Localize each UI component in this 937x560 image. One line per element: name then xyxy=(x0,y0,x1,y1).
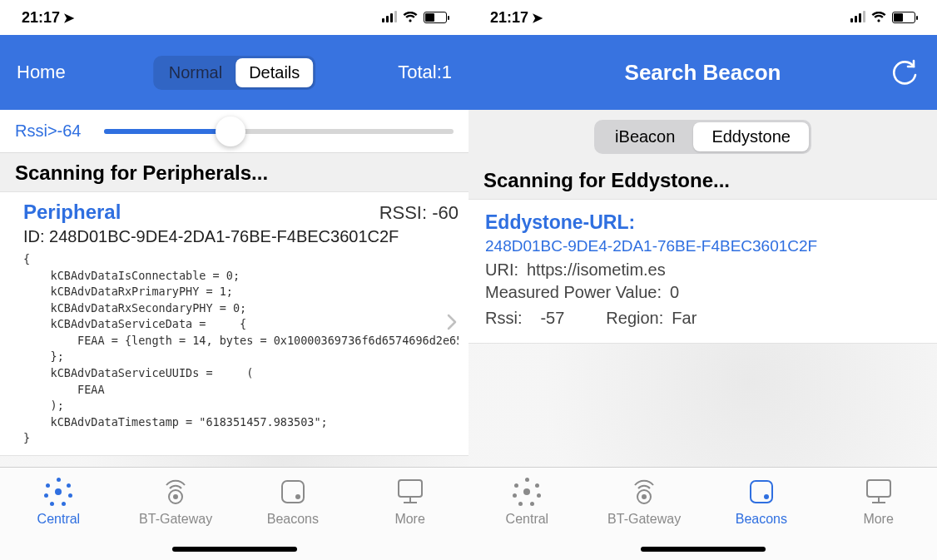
slider-thumb[interactable] xyxy=(216,116,245,146)
nav-bar: Search Beacon xyxy=(468,35,937,110)
peripheral-title: Peripheral xyxy=(23,201,121,224)
home-indicator[interactable] xyxy=(172,547,297,552)
tab-label: Beacons xyxy=(267,512,319,527)
rssi-slider[interactable] xyxy=(104,129,454,134)
chevron-right-icon xyxy=(447,314,457,334)
scanning-header: Scanning for Peripherals... xyxy=(0,153,468,191)
more-icon xyxy=(862,476,895,508)
total-label: Total:1 xyxy=(398,62,452,83)
scanning-title: Scanning for Peripherals... xyxy=(15,161,454,185)
central-icon xyxy=(43,477,73,507)
beacons-icon xyxy=(278,476,308,508)
rssi-value: -57 xyxy=(540,309,564,328)
tab-more[interactable]: More xyxy=(351,468,468,560)
svg-point-10 xyxy=(764,494,769,499)
uri-value: https://isometim.es xyxy=(527,260,666,280)
nav-bar: Home Normal Details Total:1 xyxy=(0,35,468,110)
background-area xyxy=(468,344,937,467)
svg-rect-2 xyxy=(282,481,304,503)
seg-eddystone[interactable]: Eddystone xyxy=(693,122,809,151)
uri-label: URI: xyxy=(485,260,518,280)
peripheral-advdata: { kCBAdvDataIsConnectable = 0; kCBAdvDat… xyxy=(23,251,459,447)
gateway-icon xyxy=(629,476,659,508)
tab-label: More xyxy=(394,512,424,527)
svg-rect-9 xyxy=(751,481,772,503)
seg-details[interactable]: Details xyxy=(235,58,313,87)
location-icon: ➤ xyxy=(63,10,74,26)
tab-label: BT-Gateway xyxy=(607,512,681,527)
tab-bar: Central BT-Gateway Beacons More xyxy=(468,467,937,560)
central-icon xyxy=(512,477,542,507)
background-area xyxy=(0,456,468,467)
peripheral-id: ID: 248D01BC-9DE4-2DA1-76BE-F4BEC3601C2F xyxy=(23,227,459,246)
rssi-filter-row: Rssi>-64 xyxy=(0,110,468,153)
status-bar: 21:17 ➤ xyxy=(468,0,937,35)
tab-label: Central xyxy=(37,512,81,527)
beacons-icon xyxy=(746,476,776,508)
tab-more[interactable]: More xyxy=(820,468,937,560)
status-time: 21:17 xyxy=(490,9,528,27)
gateway-icon xyxy=(161,476,191,508)
rssi-label: Rssi>-64 xyxy=(15,121,81,141)
left-screen: 21:17 ➤ Home Normal Details Total:1 Rssi… xyxy=(0,0,468,560)
location-icon: ➤ xyxy=(532,10,543,26)
refresh-button[interactable] xyxy=(890,58,919,87)
tab-label: Central xyxy=(506,512,549,527)
tab-label: BT-Gateway xyxy=(139,512,212,527)
peripheral-card[interactable]: Peripheral RSSI: -60 ID: 248D01BC-9DE4-2… xyxy=(0,191,468,456)
eddystone-title: Eddystone-URL: xyxy=(485,211,922,234)
svg-rect-11 xyxy=(867,480,890,497)
cellular-icon xyxy=(382,12,397,22)
peripheral-rssi: RSSI: -60 xyxy=(379,202,459,224)
view-mode-segmented: Normal Details xyxy=(153,56,316,90)
seg-ibeacon[interactable]: iBeacon xyxy=(597,122,693,151)
mpv-label: Measured Power Value: xyxy=(485,283,662,302)
tab-label: More xyxy=(863,512,893,527)
beacon-type-segmented: iBeacon Eddystone xyxy=(594,120,811,154)
svg-rect-4 xyxy=(399,480,422,497)
battery-icon xyxy=(424,12,447,23)
rssi-label: Rssi: xyxy=(485,309,522,328)
status-bar: 21:17 ➤ xyxy=(0,0,468,35)
tab-central[interactable]: Central xyxy=(468,468,586,560)
eddystone-card[interactable]: Eddystone-URL: 248D01BC-9DE4-2DA1-76BE-F… xyxy=(468,199,937,344)
tab-bar: Central BT-Gateway Beacons More xyxy=(0,467,468,560)
cellular-icon xyxy=(850,12,865,22)
seg-normal[interactable]: Normal xyxy=(156,58,235,87)
home-button[interactable]: Home xyxy=(17,62,66,83)
scanning-title: Scanning for Eddystone... xyxy=(483,169,922,192)
eddystone-id: 248D01BC-9DE4-2DA1-76BE-F4BEC3601C2F xyxy=(485,237,922,255)
mpv-value: 0 xyxy=(670,283,679,302)
page-title: Search Beacon xyxy=(625,60,781,86)
svg-point-3 xyxy=(295,494,300,499)
scanning-header: Scanning for Eddystone... xyxy=(468,161,937,199)
home-indicator[interactable] xyxy=(641,547,766,552)
region-label: Region: xyxy=(606,309,663,328)
tab-label: Beacons xyxy=(736,512,787,527)
more-icon xyxy=(394,476,427,508)
tab-central[interactable]: Central xyxy=(0,468,117,560)
svg-point-1 xyxy=(174,495,177,498)
wifi-icon xyxy=(871,12,886,23)
wifi-icon xyxy=(403,12,418,23)
right-screen: 21:17 ➤ Search Beacon iBeacon Eddystone … xyxy=(468,0,937,560)
region-value: Far xyxy=(672,309,697,328)
svg-point-8 xyxy=(642,495,646,498)
beacon-type-row: iBeacon Eddystone xyxy=(468,110,937,161)
status-time: 21:17 xyxy=(22,9,60,27)
battery-icon xyxy=(892,12,915,23)
